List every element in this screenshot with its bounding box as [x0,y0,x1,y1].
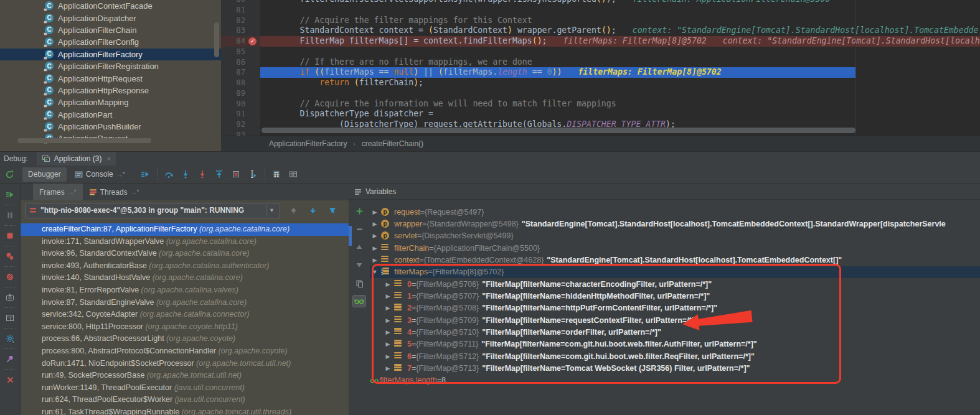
tree-item[interactable]: CApplicationContextFacade [0,0,221,12]
editor-horizontal-scrollbar[interactable] [261,128,855,133]
stack-frame-row[interactable]: run:61, TaskThread$WrappingRunnable (org… [21,406,349,415]
thread-selector[interactable]: "http-nio-8080-exec-4"@5,303 in group "m… [25,203,280,218]
expand-icon[interactable]: ▶ [370,209,380,215]
variable-row[interactable]: ▶context = {TomcatEmbeddedContext@4628}"… [370,254,980,266]
stack-frame-row[interactable]: invoke:171, StandardWrapperValve (org.ap… [21,236,349,248]
code-line[interactable]: 83 StandardContext context = (StandardCo… [221,26,980,36]
variable-row[interactable]: ▶4 = {FilterMap@5710}"FilterMap[filterNa… [370,326,980,338]
variable-row[interactable]: ▶pwrapper = {StandardWrapper@5498}"Stand… [370,218,980,230]
breadcrumb-class[interactable]: ApplicationFilterFactory [269,139,347,148]
stack-frame-row[interactable]: service:342, CoyoteAdapter (org.apache.c… [21,309,349,321]
run-to-cursor-button[interactable] [245,167,261,182]
stack-frame-row[interactable]: invoke:87, StandardEngineValve (org.apac… [21,297,349,309]
tree-item[interactable]: CApplicationFilterConfig [0,36,221,48]
code-line[interactable]: 91 DispatcherType dispatcher = [221,109,980,119]
resume-button[interactable] [1,187,19,202]
stack-frame-row[interactable]: process:800, AbstractProtocol$Connection… [21,345,349,358]
thread-dump-button[interactable] [1,290,19,305]
variable-row[interactable]: ▶1 = {FilterMap@5707}"FilterMap[filterNa… [370,290,980,302]
stack-frame-row[interactable]: invoke:140, StandardHostValve (org.apach… [21,272,349,284]
code-line[interactable]: 81 [221,5,980,16]
add-watch-button[interactable] [352,205,366,217]
tree-item[interactable]: CApplicationFilterRegistration [0,60,221,72]
previous-frame-button[interactable] [285,203,302,218]
expand-icon[interactable]: ▶ [383,305,393,311]
tree-item[interactable]: CApplicationFilterFactory [0,49,221,60]
step-out-button[interactable] [211,167,228,182]
tree-horizontal-scrollbar[interactable] [17,138,151,143]
expand-icon[interactable]: ▶ [383,317,393,324]
settings-button[interactable] [1,331,19,346]
layout-settings-button[interactable] [285,167,302,182]
variable-row[interactable]: ▼123filterMaps = {FilterMap[8]@5702} [370,266,980,278]
step-into-button[interactable] [177,167,194,182]
code-editor[interactable]: 80 filterChain.setServletSupportsAsync(w… [221,0,980,136]
tab-debugger[interactable]: Debugger [22,167,67,182]
tree-item[interactable]: CApplicationPart [0,109,221,121]
tree-item[interactable]: CApplicationHttpResponse [0,85,221,96]
variable-row[interactable]: ▶7 = {FilterMap@5713}"FilterMap[filterNa… [370,362,980,374]
pause-button[interactable] [1,208,19,223]
breakpoint-icon[interactable]: ✓ [248,37,257,45]
debug-session-tab[interactable]: Application (3) × [37,152,116,166]
tree-item[interactable]: CApplicationDispatcher [0,12,221,24]
code-line[interactable]: 86 // If there are no filter mappings, w… [221,57,980,68]
code-line[interactable]: 89 [221,88,980,99]
variable-row[interactable]: ▶filterChain = {ApplicationFilterChain@5… [370,242,980,254]
expand-icon[interactable]: ▶ [383,293,393,299]
chevron-down-icon[interactable]: ▼ [266,205,277,217]
stack-frame-row[interactable]: doRun:1471, NioEndpoint$SocketProcessor … [21,358,349,370]
stack-frame-row[interactable]: process:66, AbstractProcessorLight (org.… [21,333,349,345]
expand-icon[interactable]: ▶ [370,233,380,239]
tab-frames[interactable]: Frames→* [33,184,83,200]
expand-icon[interactable]: ▶ [383,329,393,335]
expand-icon[interactable]: ▶ [370,221,380,227]
rerun-icon[interactable] [0,170,19,179]
code-line[interactable]: 84✓ FilterMap filterMaps[] = context.fin… [221,36,980,47]
mute-breakpoints-button[interactable] [1,269,19,284]
tree-item[interactable]: CApplicationPushBuilder [0,121,221,133]
drop-frame-button[interactable] [228,167,245,182]
breadcrumb-method[interactable]: createFilterChain() [362,139,423,148]
code-line[interactable]: 90 // Acquire the information we will ne… [221,99,980,110]
variable-row[interactable]: ▶3 = {FilterMap@5709}"FilterMap[filterNa… [370,314,980,326]
variable-row[interactable]: ▶0 = {FilterMap@5706}"FilterMap[filterNa… [370,278,980,290]
filter-frames-button[interactable] [324,203,341,218]
stack-frame-row[interactable]: service:800, Http11Processor (org.apache… [21,321,349,333]
restore-layout-button[interactable] [1,310,19,325]
variable-row[interactable]: ▶pservlet = {DispatcherServlet@5499} [370,230,980,242]
variable-row[interactable]: filterMaps.length = 8 [370,375,980,386]
close-button[interactable] [1,372,19,387]
code-line[interactable]: 82 // Acquire the filter mappings for th… [221,16,980,26]
tree-item[interactable]: CApplicationMapping [0,96,221,108]
expand-icon[interactable]: ▶ [383,341,393,347]
variable-row[interactable]: ▶6 = {FilterMap@5712}"FilterMap[filterNa… [370,350,980,362]
stack-frame-row[interactable]: run:49, SocketProcessorBase (org.apache.… [21,370,349,382]
tab-console[interactable]: Console→* [69,167,131,182]
force-step-into-button[interactable] [194,167,211,182]
stack-frame-row[interactable]: runWorker:1149, ThreadPoolExecutor (java… [21,382,349,394]
stack-frame-row[interactable]: run:624, ThreadPoolExecutor$Worker (java… [21,394,349,406]
code-line[interactable]: 85 [221,47,980,57]
stack-frame-row[interactable]: invoke:493, AuthenticatorBase (org.apach… [21,260,349,273]
variable-row[interactable]: ▶prequest = {Request@5497} [370,206,980,218]
collapse-icon[interactable]: ▼ [370,269,380,275]
stack-frame-row[interactable]: invoke:96, StandardContextValve (org.apa… [21,248,349,260]
close-tab-icon[interactable]: × [106,155,110,162]
stack-frame-row[interactable]: invoke:81, ErrorReportValve (org.apache.… [21,284,349,297]
expand-icon[interactable]: ▶ [383,281,393,287]
code-line[interactable]: 80 filterChain.setServletSupportsAsync(w… [221,0,980,5]
tree-item[interactable]: CApplicationFilterChain [0,24,221,36]
code-line[interactable]: 88 return (filterChain); [221,78,980,88]
step-over-button[interactable] [161,167,177,182]
expand-icon[interactable]: ▶ [383,365,393,371]
show-execution-point-button[interactable] [137,167,154,182]
evaluate-expression-button[interactable] [268,167,285,182]
tab-threads[interactable]: Threads→* [83,184,146,200]
copy-button[interactable] [352,277,366,289]
view-breakpoints-button[interactable] [1,249,19,264]
code-line[interactable]: 87 if ((filterMaps == null) || (filterMa… [221,67,980,78]
tree-vertical-scrollbar[interactable] [214,22,219,57]
next-frame-button[interactable] [304,203,321,218]
show-watches-button[interactable] [352,295,366,307]
